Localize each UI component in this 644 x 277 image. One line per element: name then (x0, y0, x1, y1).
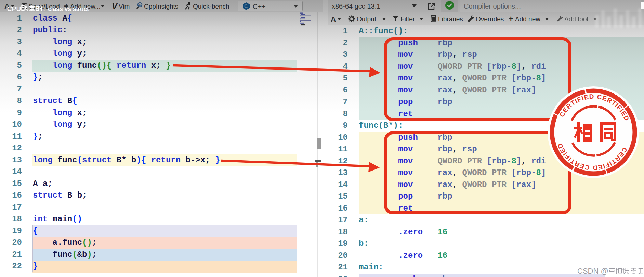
svg-text:C: C (244, 3, 248, 9)
svg-text:c: c (139, 3, 141, 7)
